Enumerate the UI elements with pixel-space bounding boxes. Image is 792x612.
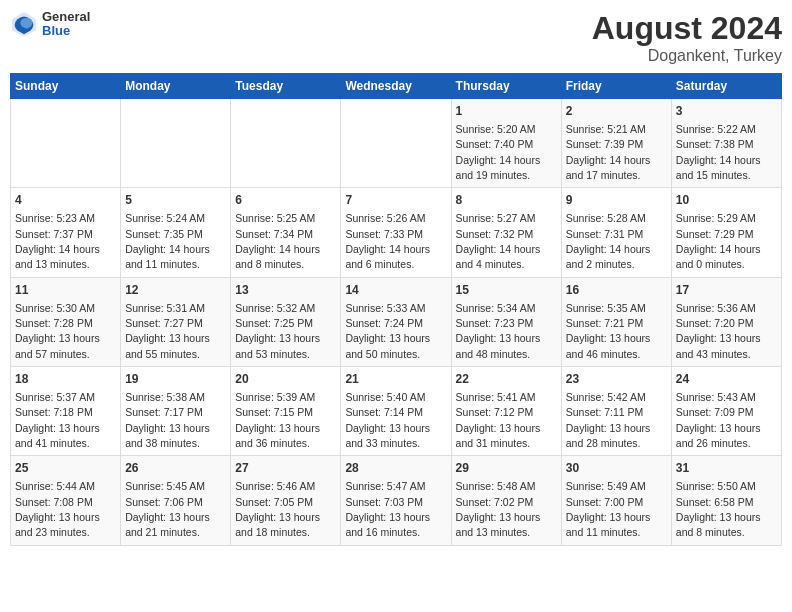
calendar-cell: 15Sunrise: 5:34 AMSunset: 7:23 PMDayligh… [451, 277, 561, 366]
calendar-week-row: 4Sunrise: 5:23 AMSunset: 7:37 PMDaylight… [11, 188, 782, 277]
calendar-cell: 26Sunrise: 5:45 AMSunset: 7:06 PMDayligh… [121, 456, 231, 545]
calendar-cell: 24Sunrise: 5:43 AMSunset: 7:09 PMDayligh… [671, 367, 781, 456]
sunrise-info: Sunrise: 5:32 AMSunset: 7:25 PMDaylight:… [235, 302, 320, 360]
sunrise-info: Sunrise: 5:45 AMSunset: 7:06 PMDaylight:… [125, 480, 210, 538]
calendar-cell [231, 99, 341, 188]
sunrise-info: Sunrise: 5:28 AMSunset: 7:31 PMDaylight:… [566, 212, 651, 270]
day-number: 18 [15, 371, 116, 388]
day-number: 29 [456, 460, 557, 477]
sunrise-info: Sunrise: 5:39 AMSunset: 7:15 PMDaylight:… [235, 391, 320, 449]
day-number: 21 [345, 371, 446, 388]
calendar-cell: 19Sunrise: 5:38 AMSunset: 7:17 PMDayligh… [121, 367, 231, 456]
day-number: 13 [235, 282, 336, 299]
sunrise-info: Sunrise: 5:34 AMSunset: 7:23 PMDaylight:… [456, 302, 541, 360]
calendar-cell: 31Sunrise: 5:50 AMSunset: 6:58 PMDayligh… [671, 456, 781, 545]
calendar-cell: 4Sunrise: 5:23 AMSunset: 7:37 PMDaylight… [11, 188, 121, 277]
calendar-cell: 18Sunrise: 5:37 AMSunset: 7:18 PMDayligh… [11, 367, 121, 456]
day-number: 1 [456, 103, 557, 120]
calendar-cell: 13Sunrise: 5:32 AMSunset: 7:25 PMDayligh… [231, 277, 341, 366]
logo-icon [10, 10, 38, 38]
calendar-week-row: 11Sunrise: 5:30 AMSunset: 7:28 PMDayligh… [11, 277, 782, 366]
day-number: 28 [345, 460, 446, 477]
day-number: 22 [456, 371, 557, 388]
sunrise-info: Sunrise: 5:21 AMSunset: 7:39 PMDaylight:… [566, 123, 651, 181]
day-number: 19 [125, 371, 226, 388]
sunrise-info: Sunrise: 5:43 AMSunset: 7:09 PMDaylight:… [676, 391, 761, 449]
page-subtitle: Dogankent, Turkey [592, 47, 782, 65]
day-number: 2 [566, 103, 667, 120]
day-number: 4 [15, 192, 116, 209]
day-number: 14 [345, 282, 446, 299]
day-number: 24 [676, 371, 777, 388]
calendar-cell: 28Sunrise: 5:47 AMSunset: 7:03 PMDayligh… [341, 456, 451, 545]
calendar-cell: 27Sunrise: 5:46 AMSunset: 7:05 PMDayligh… [231, 456, 341, 545]
sunrise-info: Sunrise: 5:29 AMSunset: 7:29 PMDaylight:… [676, 212, 761, 270]
calendar-cell [121, 99, 231, 188]
calendar-week-row: 1Sunrise: 5:20 AMSunset: 7:40 PMDaylight… [11, 99, 782, 188]
weekday-header: Friday [561, 74, 671, 99]
calendar-cell: 14Sunrise: 5:33 AMSunset: 7:24 PMDayligh… [341, 277, 451, 366]
day-number: 31 [676, 460, 777, 477]
logo-blue-text: Blue [42, 24, 90, 38]
sunrise-info: Sunrise: 5:47 AMSunset: 7:03 PMDaylight:… [345, 480, 430, 538]
day-number: 27 [235, 460, 336, 477]
calendar-cell: 5Sunrise: 5:24 AMSunset: 7:35 PMDaylight… [121, 188, 231, 277]
sunrise-info: Sunrise: 5:44 AMSunset: 7:08 PMDaylight:… [15, 480, 100, 538]
sunrise-info: Sunrise: 5:48 AMSunset: 7:02 PMDaylight:… [456, 480, 541, 538]
calendar-cell: 25Sunrise: 5:44 AMSunset: 7:08 PMDayligh… [11, 456, 121, 545]
day-number: 20 [235, 371, 336, 388]
calendar-cell: 23Sunrise: 5:42 AMSunset: 7:11 PMDayligh… [561, 367, 671, 456]
calendar-cell: 17Sunrise: 5:36 AMSunset: 7:20 PMDayligh… [671, 277, 781, 366]
day-number: 8 [456, 192, 557, 209]
calendar-body: 1Sunrise: 5:20 AMSunset: 7:40 PMDaylight… [11, 99, 782, 546]
weekday-header: Saturday [671, 74, 781, 99]
sunrise-info: Sunrise: 5:26 AMSunset: 7:33 PMDaylight:… [345, 212, 430, 270]
weekday-header: Sunday [11, 74, 121, 99]
day-number: 3 [676, 103, 777, 120]
sunrise-info: Sunrise: 5:40 AMSunset: 7:14 PMDaylight:… [345, 391, 430, 449]
sunrise-info: Sunrise: 5:23 AMSunset: 7:37 PMDaylight:… [15, 212, 100, 270]
day-number: 15 [456, 282, 557, 299]
day-number: 5 [125, 192, 226, 209]
day-number: 6 [235, 192, 336, 209]
sunrise-info: Sunrise: 5:35 AMSunset: 7:21 PMDaylight:… [566, 302, 651, 360]
sunrise-info: Sunrise: 5:33 AMSunset: 7:24 PMDaylight:… [345, 302, 430, 360]
calendar-table: SundayMondayTuesdayWednesdayThursdayFrid… [10, 73, 782, 546]
day-number: 9 [566, 192, 667, 209]
logo-general-text: General [42, 10, 90, 24]
sunrise-info: Sunrise: 5:50 AMSunset: 6:58 PMDaylight:… [676, 480, 761, 538]
calendar-cell: 21Sunrise: 5:40 AMSunset: 7:14 PMDayligh… [341, 367, 451, 456]
calendar-cell: 11Sunrise: 5:30 AMSunset: 7:28 PMDayligh… [11, 277, 121, 366]
page-header: General Blue August 2024 Dogankent, Turk… [10, 10, 782, 65]
calendar-cell: 1Sunrise: 5:20 AMSunset: 7:40 PMDaylight… [451, 99, 561, 188]
sunrise-info: Sunrise: 5:49 AMSunset: 7:00 PMDaylight:… [566, 480, 651, 538]
sunrise-info: Sunrise: 5:22 AMSunset: 7:38 PMDaylight:… [676, 123, 761, 181]
weekday-header: Wednesday [341, 74, 451, 99]
sunrise-info: Sunrise: 5:37 AMSunset: 7:18 PMDaylight:… [15, 391, 100, 449]
sunrise-info: Sunrise: 5:31 AMSunset: 7:27 PMDaylight:… [125, 302, 210, 360]
weekday-header-row: SundayMondayTuesdayWednesdayThursdayFrid… [11, 74, 782, 99]
day-number: 11 [15, 282, 116, 299]
logo-text: General Blue [42, 10, 90, 39]
calendar-cell: 10Sunrise: 5:29 AMSunset: 7:29 PMDayligh… [671, 188, 781, 277]
calendar-cell: 12Sunrise: 5:31 AMSunset: 7:27 PMDayligh… [121, 277, 231, 366]
weekday-header: Monday [121, 74, 231, 99]
calendar-cell: 6Sunrise: 5:25 AMSunset: 7:34 PMDaylight… [231, 188, 341, 277]
calendar-cell: 29Sunrise: 5:48 AMSunset: 7:02 PMDayligh… [451, 456, 561, 545]
sunrise-info: Sunrise: 5:42 AMSunset: 7:11 PMDaylight:… [566, 391, 651, 449]
sunrise-info: Sunrise: 5:36 AMSunset: 7:20 PMDaylight:… [676, 302, 761, 360]
day-number: 7 [345, 192, 446, 209]
calendar-cell: 2Sunrise: 5:21 AMSunset: 7:39 PMDaylight… [561, 99, 671, 188]
calendar-cell [11, 99, 121, 188]
day-number: 26 [125, 460, 226, 477]
day-number: 17 [676, 282, 777, 299]
calendar-cell: 30Sunrise: 5:49 AMSunset: 7:00 PMDayligh… [561, 456, 671, 545]
title-block: August 2024 Dogankent, Turkey [592, 10, 782, 65]
calendar-cell: 20Sunrise: 5:39 AMSunset: 7:15 PMDayligh… [231, 367, 341, 456]
sunrise-info: Sunrise: 5:20 AMSunset: 7:40 PMDaylight:… [456, 123, 541, 181]
page-title: August 2024 [592, 10, 782, 47]
sunrise-info: Sunrise: 5:25 AMSunset: 7:34 PMDaylight:… [235, 212, 320, 270]
weekday-header: Thursday [451, 74, 561, 99]
calendar-cell: 9Sunrise: 5:28 AMSunset: 7:31 PMDaylight… [561, 188, 671, 277]
calendar-cell: 8Sunrise: 5:27 AMSunset: 7:32 PMDaylight… [451, 188, 561, 277]
